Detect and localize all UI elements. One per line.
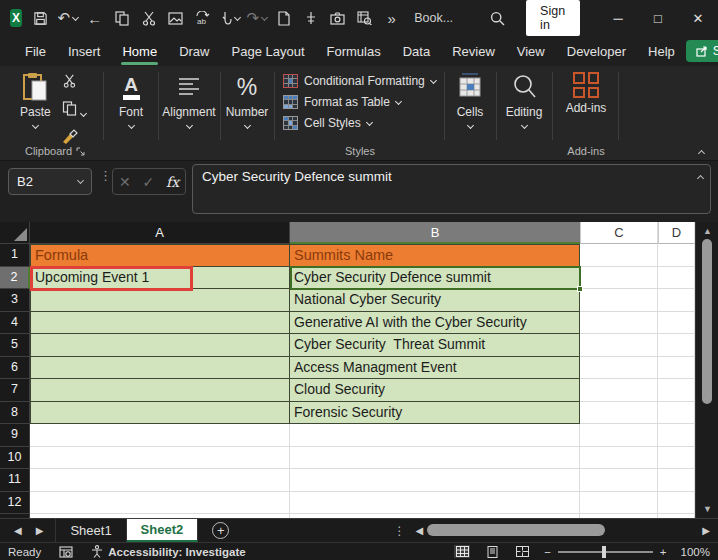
table-lookup-icon[interactable]	[352, 5, 377, 31]
cell-D3[interactable]	[658, 289, 695, 312]
cell-C5[interactable]	[580, 334, 658, 357]
normal-view-icon[interactable]	[454, 545, 470, 558]
cell-A8[interactable]	[30, 402, 290, 425]
cell-C3[interactable]	[580, 289, 658, 312]
macro-record-icon[interactable]	[59, 546, 73, 558]
cut-icon[interactable]	[62, 74, 86, 92]
cell-B6[interactable]: Access Managment Event	[290, 357, 580, 380]
tab-page-layout[interactable]: Page Layout	[221, 39, 316, 64]
tab-formulas[interactable]: Formulas	[316, 39, 392, 64]
cell-C9[interactable]	[580, 424, 658, 447]
enter-icon[interactable]: ✓	[142, 174, 154, 190]
tab-developer[interactable]: Developer	[556, 39, 637, 64]
search-icon[interactable]	[485, 5, 510, 31]
cell-D1[interactable]	[658, 244, 695, 267]
cell-D6[interactable]	[658, 357, 695, 380]
zoom-slider-thumb[interactable]	[602, 546, 606, 558]
select-all-corner[interactable]	[0, 222, 30, 244]
cell-D2[interactable]	[658, 267, 695, 290]
insert-function-icon[interactable]: fx	[166, 174, 179, 190]
editing-group-button[interactable]: Editing	[498, 72, 550, 128]
horizontal-scroll-thumb[interactable]	[427, 524, 605, 536]
next-sheet-icon[interactable]: ▶	[36, 525, 44, 536]
row-header-11[interactable]: 11	[0, 469, 30, 492]
cell-B9[interactable]	[290, 424, 580, 447]
row-header-12[interactable]: 12	[0, 492, 30, 515]
cell-A9[interactable]	[30, 424, 290, 447]
pin-icon[interactable]	[298, 5, 323, 31]
cell-D5[interactable]	[658, 334, 695, 357]
row-header-10[interactable]: 10	[0, 447, 30, 470]
tab-file[interactable]: File	[14, 39, 57, 64]
cell-A11[interactable]	[30, 469, 290, 492]
row-header-6[interactable]: 6	[0, 357, 30, 380]
cell-B8[interactable]: Forensic Security	[290, 402, 580, 425]
scroll-down-icon[interactable]: ▼	[696, 504, 718, 514]
save-icon[interactable]	[28, 5, 53, 31]
column-header-C[interactable]: C	[580, 222, 658, 244]
cell-D9[interactable]	[658, 424, 695, 447]
row-header-1[interactable]: 1	[0, 244, 30, 267]
cell-D7[interactable]	[658, 379, 695, 402]
cell-D12[interactable]	[658, 492, 695, 515]
collapse-ribbon-icon[interactable]	[698, 150, 705, 157]
sheet-tab-sheet2[interactable]: Sheet2	[127, 519, 199, 542]
more-commands-icon[interactable]: »	[379, 5, 404, 31]
cell-A5[interactable]	[30, 334, 290, 357]
cell-A7[interactable]	[30, 379, 290, 402]
column-header-B[interactable]: B	[290, 222, 580, 244]
alignment-group-button[interactable]: Alignment	[160, 72, 218, 128]
page-layout-view-icon[interactable]	[484, 545, 500, 558]
share-button[interactable]: Share	[686, 40, 718, 62]
zoom-level[interactable]: 100%	[681, 546, 710, 558]
back-icon[interactable]: ←	[82, 5, 107, 31]
vertical-scrollbar[interactable]: ▲▼	[695, 222, 718, 518]
cell-C7[interactable]	[580, 379, 658, 402]
touch-mode-icon[interactable]	[217, 5, 242, 31]
cell-C8[interactable]	[580, 402, 658, 425]
name-box[interactable]: B2	[8, 168, 92, 195]
formula-bar-splitter[interactable]: ⋮	[99, 173, 112, 179]
cell-B3[interactable]: National Cyber Security	[290, 289, 580, 312]
tab-home[interactable]: Home	[111, 39, 168, 64]
tab-review[interactable]: Review	[441, 39, 506, 64]
zoom-out-icon[interactable]: −	[544, 546, 551, 558]
font-group-button[interactable]: A Font	[105, 72, 157, 128]
sign-in-button[interactable]: Sign in	[526, 0, 580, 36]
tab-insert[interactable]: Insert	[57, 39, 112, 64]
row-header-5[interactable]: 5	[0, 334, 30, 357]
zoom-in-icon[interactable]: +	[660, 546, 667, 558]
picture-icon[interactable]	[163, 5, 188, 31]
cell-A12[interactable]	[30, 492, 290, 515]
cell-B5[interactable]: Cyber Security Threat Summit	[290, 334, 580, 357]
tab-data[interactable]: Data	[392, 39, 441, 64]
row-header-4[interactable]: 4	[0, 312, 30, 335]
format-as-table-button[interactable]: Format as Table	[283, 95, 436, 109]
horizontal-scrollbar[interactable]	[427, 519, 692, 542]
cell-A4[interactable]	[30, 312, 290, 335]
column-header-D[interactable]: D	[658, 222, 695, 244]
cell-A6[interactable]	[30, 357, 290, 380]
page-break-preview-icon[interactable]	[514, 545, 530, 558]
tab-view[interactable]: View	[506, 39, 556, 64]
copy-icon[interactable]	[62, 101, 86, 120]
prev-sheet-icon[interactable]: ◀	[14, 525, 22, 536]
row-header-8[interactable]: 8	[0, 402, 30, 425]
cell-A10[interactable]	[30, 447, 290, 470]
zoom-slider[interactable]: − +	[544, 546, 666, 558]
hscroll-left-icon[interactable]: ◀	[412, 519, 428, 542]
copy-icon[interactable]	[109, 5, 134, 31]
cell-C10[interactable]	[580, 447, 658, 470]
dialog-launcher-icon[interactable]	[76, 147, 85, 156]
row-header-2[interactable]: 2	[0, 267, 30, 290]
conditional-formatting-button[interactable]: Conditional Formatting	[283, 74, 436, 88]
row-header-7[interactable]: 7	[0, 379, 30, 402]
cell-D11[interactable]	[658, 469, 695, 492]
cell-A2[interactable]: Upcoming Event 1	[30, 267, 290, 290]
cell-C6[interactable]	[580, 357, 658, 380]
new-sheet-button[interactable]: +	[212, 522, 229, 539]
cut-icon[interactable]	[136, 5, 161, 31]
cell-C2[interactable]	[580, 267, 658, 290]
cell-D10[interactable]	[658, 447, 695, 470]
minimize-button[interactable]: ─	[598, 0, 638, 36]
